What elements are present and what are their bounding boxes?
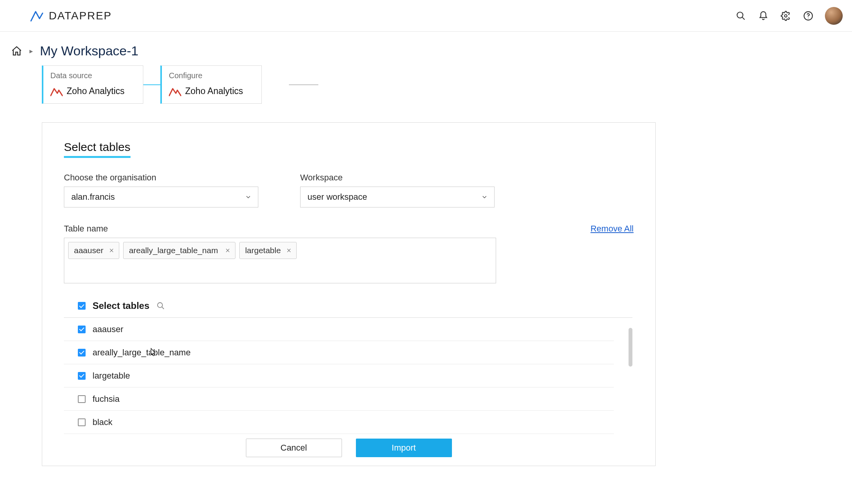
- brand-name: DATAPREP: [49, 10, 112, 22]
- select-tables-panel: Select tables Choose the organisation al…: [42, 122, 656, 466]
- table-row[interactable]: largetable: [64, 364, 614, 387]
- table-checkbox[interactable]: [78, 395, 86, 403]
- org-select[interactable]: alan.francis: [64, 187, 258, 207]
- apps-grid-icon[interactable]: [9, 10, 21, 22]
- panel-title: Select tables: [64, 141, 131, 158]
- workspace-title[interactable]: My Workspace-1: [40, 43, 138, 58]
- step-card-configure[interactable]: Configure Zoho Analytics: [160, 65, 262, 104]
- table-chip: aaauser: [68, 242, 119, 259]
- table-name: areally_large_table_name: [93, 348, 191, 358]
- gear-icon[interactable]: [780, 10, 792, 22]
- workspace-label: Workspace: [300, 173, 495, 183]
- zoho-analytics-icon: [169, 86, 181, 96]
- table-list-title: Select tables: [93, 300, 149, 311]
- workspace-select[interactable]: user workspace: [300, 187, 495, 207]
- step-connector: [143, 84, 160, 85]
- bell-icon[interactable]: [758, 10, 769, 22]
- step-card-data-source[interactable]: Data source Zoho Analytics: [42, 65, 143, 104]
- table-chip: largetable: [239, 242, 297, 259]
- avatar[interactable]: [825, 7, 843, 25]
- step-stub: [289, 84, 318, 85]
- table-checkbox[interactable]: [78, 372, 86, 380]
- workspace-value: user workspace: [307, 192, 367, 202]
- table-row[interactable]: black: [64, 411, 614, 434]
- select-all-checkbox[interactable]: [78, 302, 86, 310]
- table-name: black: [93, 417, 112, 427]
- search-icon[interactable]: [735, 10, 747, 22]
- step-source: Zoho Analytics: [67, 86, 125, 96]
- chip-label: areally_large_table_nam: [129, 246, 218, 255]
- cancel-button[interactable]: Cancel: [246, 439, 342, 457]
- close-icon[interactable]: [225, 248, 230, 253]
- dataprep-logo-icon: [30, 10, 43, 22]
- table-checkbox[interactable]: [78, 349, 86, 357]
- table-name: aaauser: [93, 324, 124, 334]
- table-chip: areally_large_table_nam: [123, 242, 235, 259]
- scrollbar[interactable]: [629, 328, 632, 367]
- svg-point-4: [808, 17, 809, 18]
- step-source: Zoho Analytics: [185, 86, 243, 96]
- table-name-chipbox[interactable]: aaauserareally_large_table_namlargetable: [64, 238, 496, 283]
- table-row[interactable]: fuchsia: [64, 387, 614, 411]
- svg-line-1: [742, 17, 745, 19]
- svg-point-0: [737, 12, 743, 18]
- chip-label: largetable: [245, 246, 281, 255]
- table-row[interactable]: aaauser: [64, 318, 614, 341]
- chevron-down-icon: [245, 194, 252, 201]
- step-label: Data source: [50, 71, 136, 80]
- org-value: alan.francis: [71, 192, 115, 202]
- svg-line-12: [162, 307, 164, 309]
- table-checkbox[interactable]: [78, 418, 86, 426]
- import-button[interactable]: Import: [356, 439, 452, 457]
- svg-point-2: [785, 14, 787, 17]
- table-checkbox[interactable]: [78, 326, 86, 333]
- close-icon[interactable]: [286, 248, 292, 253]
- breadcrumb-separator: ▸: [29, 47, 33, 55]
- home-icon[interactable]: [11, 45, 22, 57]
- org-label: Choose the organisation: [64, 173, 258, 183]
- help-icon[interactable]: [802, 10, 814, 22]
- breadcrumb: ▸ My Workspace-1: [0, 32, 852, 65]
- zoho-analytics-icon: [50, 86, 63, 96]
- table-name: largetable: [93, 371, 130, 381]
- step-label: Configure: [169, 71, 254, 80]
- close-icon[interactable]: [109, 248, 114, 253]
- chevron-down-icon: [481, 194, 488, 201]
- table-name-label: Table name: [64, 224, 108, 234]
- table-name: fuchsia: [93, 394, 120, 404]
- svg-point-11: [158, 303, 163, 308]
- table-row[interactable]: areally_large_table_name: [64, 341, 614, 364]
- remove-all-link[interactable]: Remove All: [591, 224, 634, 234]
- search-icon[interactable]: [156, 302, 165, 310]
- brand-logo[interactable]: DATAPREP: [30, 10, 112, 22]
- chip-label: aaauser: [74, 246, 103, 255]
